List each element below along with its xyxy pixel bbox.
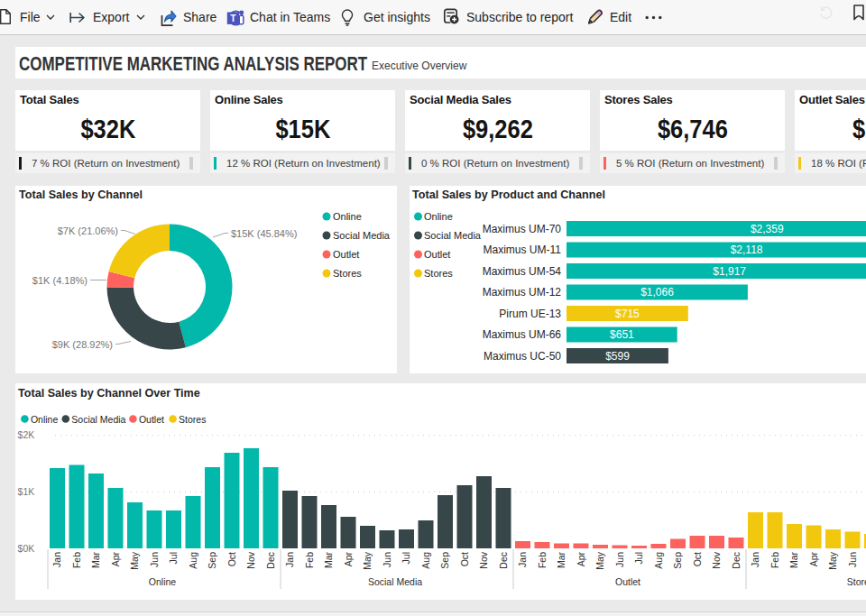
svg-text:Maximus UM-66: Maximus UM-66 — [483, 328, 562, 341]
svg-text:Maximus UM-54: Maximus UM-54 — [483, 265, 562, 278]
svg-text:Jan: Jan — [284, 552, 295, 567]
svg-text:Sep: Sep — [207, 552, 217, 569]
svg-text:Oct: Oct — [692, 552, 703, 566]
svg-text:$1,917: $1,917 — [713, 265, 746, 278]
svg-text:Maximus UM-70: Maximus UM-70 — [483, 223, 562, 235]
svg-text:Dec: Dec — [731, 552, 742, 569]
svg-text:$9K (28.92%): $9K (28.92%) — [52, 339, 113, 350]
svg-text:Social Media: Social Media — [71, 414, 125, 425]
svg-text:Online: Online — [31, 414, 59, 425]
svg-text:Oct: Oct — [459, 552, 470, 566]
svg-text:Online: Online — [149, 576, 177, 587]
svg-text:Stores: Stores — [333, 268, 362, 279]
svg-text:Dec: Dec — [498, 552, 509, 569]
svg-text:Outlet: Outlet — [424, 249, 450, 260]
svg-text:$0K: $0K — [18, 543, 35, 554]
svg-text:$2,359: $2,359 — [751, 223, 784, 235]
svg-text:Feb: Feb — [304, 552, 315, 568]
svg-text:Feb: Feb — [71, 552, 82, 568]
svg-text:Maximus UM-12: Maximus UM-12 — [483, 286, 562, 299]
svg-text:$1K (4.18%): $1K (4.18%) — [32, 275, 88, 286]
svg-text:Aug: Aug — [188, 552, 198, 569]
svg-text:$2,118: $2,118 — [731, 244, 763, 256]
svg-text:Sep: Sep — [439, 552, 450, 569]
svg-text:Stores: Stores — [179, 414, 206, 425]
svg-text:Social Media: Social Media — [424, 230, 482, 241]
svg-text:Jan: Jan — [750, 552, 760, 567]
svg-text:Jun: Jun — [847, 552, 858, 567]
svg-text:$1,066: $1,066 — [640, 286, 674, 299]
svg-text:$651: $651 — [610, 328, 634, 341]
svg-text:Apr: Apr — [576, 552, 586, 567]
svg-text:Aug: Aug — [653, 552, 664, 569]
svg-text:Feb: Feb — [537, 552, 548, 568]
svg-text:Jul: Jul — [168, 552, 179, 564]
svg-text:$1K: $1K — [18, 486, 35, 497]
svg-text:Online: Online — [424, 211, 453, 222]
svg-text:Feb: Feb — [769, 552, 780, 568]
svg-text:Jun: Jun — [382, 552, 392, 567]
svg-text:Pirum UE-13: Pirum UE-13 — [499, 308, 561, 320]
svg-text:May: May — [362, 551, 373, 570]
svg-text:Outlet: Outlet — [615, 576, 640, 587]
svg-text:$7K (21.06%): $7K (21.06%) — [58, 225, 118, 236]
svg-text:Jun: Jun — [149, 552, 160, 567]
svg-text:May: May — [827, 551, 838, 570]
svg-text:$15K (45.84%): $15K (45.84%) — [231, 228, 297, 239]
svg-text:Apr: Apr — [343, 552, 354, 567]
svg-text:Mar: Mar — [323, 552, 334, 569]
svg-text:Social Media: Social Media — [368, 576, 422, 587]
svg-text:Mar: Mar — [788, 552, 799, 569]
svg-text:Jul: Jul — [633, 552, 644, 564]
svg-text:Stores: Stores — [424, 268, 453, 279]
svg-text:Dec: Dec — [265, 552, 276, 569]
svg-text:Sep: Sep — [672, 552, 683, 569]
svg-text:Nov: Nov — [478, 551, 489, 568]
svg-text:Oct: Oct — [226, 552, 237, 566]
svg-text:Jan: Jan — [51, 552, 62, 567]
svg-text:Online: Online — [333, 211, 362, 222]
svg-text:Nov: Nov — [245, 551, 256, 568]
svg-text:$599: $599 — [605, 350, 630, 363]
svg-text:T: T — [230, 13, 236, 23]
svg-text:May: May — [594, 551, 605, 570]
svg-text:Nov: Nov — [711, 551, 722, 568]
svg-text:Jun: Jun — [614, 552, 625, 567]
svg-text:Social Media: Social Media — [333, 230, 391, 241]
svg-text:Outlet: Outlet — [333, 249, 359, 260]
svg-text:May: May — [129, 551, 140, 570]
svg-text:Maximus UM-11: Maximus UM-11 — [484, 244, 562, 256]
svg-text:Mar: Mar — [90, 552, 101, 569]
svg-text:Mar: Mar — [556, 552, 567, 569]
svg-text:Stores: Stores — [847, 576, 866, 587]
svg-text:Jan: Jan — [517, 552, 528, 567]
svg-text:$715: $715 — [615, 308, 640, 320]
svg-text:Aug: Aug — [420, 552, 431, 569]
svg-text:Apr: Apr — [808, 552, 819, 567]
svg-text:Apr: Apr — [110, 552, 121, 567]
svg-text:$2K: $2K — [18, 429, 35, 440]
svg-text:Jul: Jul — [401, 552, 411, 564]
svg-text:Maximus UC-50: Maximus UC-50 — [484, 350, 561, 363]
svg-text:Outlet: Outlet — [139, 414, 164, 425]
